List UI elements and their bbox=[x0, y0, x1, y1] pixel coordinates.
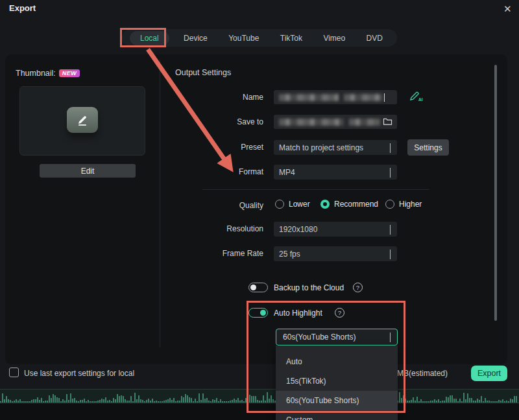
resolution-value: 1920x1080 bbox=[279, 225, 317, 234]
export-main-panel: Thumbnail: NEW Edit Output Settings Name… bbox=[5, 54, 507, 364]
menu-item-60s-youtube-shorts[interactable]: 60s(YouTube Shorts) bbox=[276, 391, 398, 410]
resolution-label: Resolution bbox=[175, 224, 263, 233]
radio-label: Higher bbox=[399, 200, 422, 209]
radio-quality-higher[interactable]: Higher bbox=[385, 200, 422, 209]
chevron-down-icon bbox=[390, 225, 391, 234]
radio-quality-lower[interactable]: Lower bbox=[275, 200, 310, 209]
tab-device[interactable]: Device bbox=[177, 31, 214, 45]
export-tab-bar: Local Device YouTube TikTok Vimeo DVD bbox=[122, 29, 397, 47]
preset-label: Preset bbox=[175, 143, 263, 152]
page-title: Export bbox=[9, 3, 36, 13]
format-value: MP4 bbox=[279, 168, 295, 177]
use-last-settings-label: Use last export settings for local bbox=[24, 369, 134, 378]
censored-path-text bbox=[279, 119, 344, 126]
menu-item-auto[interactable]: Auto bbox=[276, 352, 398, 371]
frame-rate-dropdown[interactable]: 25 fps bbox=[274, 246, 397, 261]
vertical-divider bbox=[160, 60, 160, 347]
radio-quality-recommend[interactable]: Recommend bbox=[320, 200, 378, 209]
svg-text:AI: AI bbox=[418, 97, 423, 102]
export-button[interactable]: Export bbox=[471, 366, 507, 381]
tab-vimeo[interactable]: Vimeo bbox=[317, 31, 352, 45]
section-divider bbox=[202, 189, 429, 190]
auto-highlight-toggle[interactable] bbox=[248, 308, 268, 318]
radio-label: Lower bbox=[289, 200, 310, 209]
radio-icon-selected[interactable] bbox=[320, 200, 330, 209]
duration-dropdown-menu: Auto 15s(TikTok) 60s(YouTube Shorts) Cus… bbox=[276, 345, 398, 420]
help-icon[interactable]: ? bbox=[353, 283, 363, 292]
help-icon[interactable]: ? bbox=[335, 308, 344, 318]
frame-rate-label: Frame Rate bbox=[175, 249, 263, 258]
text-cursor bbox=[384, 93, 385, 102]
name-label: Name bbox=[175, 93, 263, 102]
save-to-label: Save to bbox=[175, 117, 263, 126]
estimated-size-text: 3 MB(estimated) bbox=[391, 369, 448, 378]
edit-thumbnail-button[interactable]: Edit bbox=[40, 164, 136, 178]
timeline-background bbox=[0, 404, 519, 420]
format-label: Format bbox=[175, 167, 263, 176]
chevron-down-icon bbox=[390, 250, 391, 259]
scrollbar[interactable] bbox=[494, 65, 497, 321]
chevron-up-icon bbox=[390, 332, 391, 342]
backup-cloud-label: Backup to the Cloud bbox=[274, 283, 344, 292]
name-input[interactable] bbox=[274, 90, 397, 104]
thumbnail-edit-icon-button[interactable] bbox=[67, 107, 98, 133]
censored-name-text bbox=[279, 94, 339, 101]
radio-icon[interactable] bbox=[385, 200, 394, 209]
chevron-down-icon bbox=[390, 143, 391, 152]
menu-item-15s-tiktok[interactable]: 15s(TikTok) bbox=[276, 371, 398, 391]
thumbnail-label-text: Thumbnail: bbox=[16, 69, 56, 78]
thumbnail-label: Thumbnail: NEW bbox=[16, 69, 80, 78]
pencil-icon bbox=[76, 113, 89, 126]
frame-rate-value: 25 fps bbox=[279, 250, 300, 259]
tab-local[interactable]: Local bbox=[130, 31, 169, 45]
output-settings-title: Output Settings bbox=[175, 68, 231, 77]
menu-item-custom[interactable]: Custom bbox=[276, 410, 398, 420]
backup-cloud-toggle[interactable] bbox=[248, 283, 268, 292]
close-icon[interactable]: ✕ bbox=[500, 2, 516, 16]
preset-value: Match to project settings bbox=[279, 143, 363, 152]
duration-value: 60s(YouTube Shorts) bbox=[283, 332, 356, 342]
chevron-down-icon bbox=[390, 168, 391, 177]
quality-label: Quality bbox=[175, 201, 263, 210]
highlight-duration-select[interactable]: 60s(YouTube Shorts) bbox=[276, 329, 398, 345]
save-to-input[interactable] bbox=[274, 115, 397, 129]
censored-path-text bbox=[349, 119, 380, 126]
tab-dvd[interactable]: DVD bbox=[360, 31, 389, 45]
settings-button[interactable]: Settings bbox=[407, 139, 449, 156]
ai-rename-icon[interactable]: AI bbox=[409, 89, 424, 104]
resolution-dropdown[interactable]: 1920x1080 bbox=[274, 222, 397, 237]
format-dropdown[interactable]: MP4 bbox=[274, 165, 397, 180]
censored-name-text bbox=[344, 94, 383, 101]
tab-tiktok[interactable]: TikTok bbox=[274, 31, 309, 45]
new-badge: NEW bbox=[59, 69, 80, 77]
tab-youtube[interactable]: YouTube bbox=[222, 31, 265, 45]
thumbnail-preview[interactable] bbox=[19, 86, 145, 156]
audio-waveform-strip bbox=[0, 389, 519, 403]
folder-icon[interactable] bbox=[383, 117, 392, 126]
radio-label: Recommend bbox=[334, 200, 378, 209]
use-last-settings-checkbox[interactable] bbox=[9, 368, 19, 377]
preset-dropdown[interactable]: Match to project settings bbox=[274, 140, 397, 155]
radio-icon[interactable] bbox=[275, 200, 284, 209]
auto-highlight-label: Auto Highlight bbox=[274, 309, 322, 318]
